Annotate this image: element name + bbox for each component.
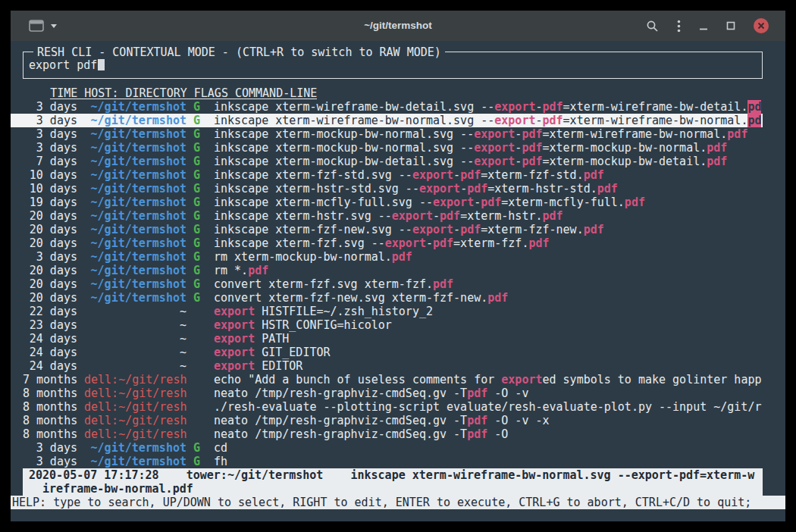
titlebar[interactable]: ~/git/termshot [11,11,785,41]
row-host-directory: ~ [84,318,186,332]
history-row[interactable]: 7 days ~/git/termshot G inkscape xterm-m… [11,155,763,168]
row-command: convert xterm-fzf.svg xterm-fzf.pdf [214,277,763,291]
row-host-directory: ~/git/termshot [84,100,186,114]
restore-button[interactable] [726,21,735,30]
history-row[interactable]: 3 days ~/git/termshot G cd [11,441,763,455]
row-command: inkscape xterm-mockup-bw-normal.svg --ex… [214,127,763,141]
row-flags: G [193,277,200,291]
terminal-window: ~/git/termshot [11,11,785,521]
history-row[interactable]: 3 days ~/git/termshot G inkscape xterm-m… [11,127,763,141]
row-command: inkscape xterm-mockup-bw-normal.svg --ex… [214,141,763,155]
row-time: 8 months [23,386,77,400]
search-query: export pdf [29,58,97,72]
menu-button[interactable] [677,20,681,33]
history-row[interactable]: 20 days ~/git/termshot G inkscape xterm-… [11,236,763,250]
row-command: inkscape xterm-hstr-std.svg --export-pdf… [214,182,763,196]
history-row[interactable]: 24 days ~ export GIT_EDITOR [11,346,763,359]
row-flags [193,305,200,318]
close-button[interactable] [754,18,769,33]
row-command: echo "Add a bunch of useless comments fo… [214,373,763,386]
row-host-directory: ~ [84,332,186,346]
minimize-button[interactable] [699,21,708,30]
history-row[interactable]: 10 days ~/git/termshot G inkscape xterm-… [11,182,763,196]
row-time: 24 days [23,346,77,359]
row-time: 24 days [23,359,77,373]
row-time: 7 days [23,155,77,168]
row-host-directory: ~/git/termshot [84,250,186,264]
row-host-directory: ~/git/termshot [84,441,186,455]
row-flags: G [193,127,200,141]
row-flags [193,414,200,427]
row-flags: G [193,250,200,264]
row-flags [193,332,200,346]
row-command: fh [214,455,763,468]
row-host-directory: ~/git/termshot [84,196,186,209]
row-time: 3 days [23,250,77,264]
row-time: 20 days [23,236,77,250]
history-row[interactable]: 8 months dell:~/git/resh neato /tmp/resh… [11,386,763,400]
history-row[interactable]: 8 months dell:~/git/resh neato /tmp/resh… [11,414,763,427]
history-row[interactable]: 22 days ~ export HISTFILE=~/.zsh_history… [11,305,763,318]
row-command: inkscape xterm-mcfly-full.svg --export-p… [214,196,763,209]
history-row[interactable]: 20 days ~/git/termshot G inkscape xterm-… [11,223,763,236]
new-tab-button[interactable] [29,20,44,32]
history-row[interactable]: 24 days ~ export EDITOR [11,359,763,373]
history-row[interactable]: 20 days ~/git/termshot G rm *.pdf [11,264,763,277]
row-time: 3 days [23,100,77,114]
history-row[interactable]: 23 days ~ export HSTR_CONFIG=hicolor [11,318,763,332]
row-host-directory: dell:~/git/resh [84,427,186,441]
tab-dropdown-button[interactable] [50,23,58,29]
search-button[interactable] [646,20,659,33]
history-row[interactable]: 10 days ~/git/termshot G inkscape xterm-… [11,168,763,182]
row-host-directory: ~/git/termshot [84,455,186,468]
history-row[interactable]: 7 months dell:~/git/resh echo "Add a bun… [11,373,763,386]
row-time: 8 months [23,414,77,427]
row-command: inkscape xterm-wireframe-bw-normal.svg -… [214,114,763,127]
history-row[interactable]: 3 days ~/git/termshot G inkscape xterm-w… [11,114,763,127]
search-box-title: RESH CLI - CONTEXTUAL MODE - (CTRL+R to … [33,45,445,59]
row-host-directory: dell:~/git/resh [84,373,186,386]
row-time: 20 days [23,209,77,223]
close-icon [757,22,765,30]
history-row[interactable]: 8 months dell:~/git/resh ./resh-evaluate… [11,400,763,414]
history-row[interactable]: 8 months dell:~/git/resh neato /tmp/resh… [11,427,763,441]
history-row[interactable]: 20 days ~/git/termshot G inkscape xterm-… [11,209,763,223]
row-host-directory: ~/git/termshot [84,114,186,127]
history-row[interactable]: 19 days ~/git/termshot G inkscape xterm-… [11,196,763,209]
row-host-directory: dell:~/git/resh [84,414,186,427]
column-header: TIME HOST: DIRECTORY FLAGS COMMAND-LINE [11,86,785,100]
text-cursor-block [98,59,105,70]
row-host-directory: ~/git/termshot [84,155,186,168]
row-time: 20 days [23,277,77,291]
row-command: inkscape xterm-fzf-new.svg --export-pdf=… [214,223,763,236]
row-host-directory: ~ [84,346,186,359]
row-command: inkscape xterm-fzf-std.svg --export-pdf=… [214,168,763,182]
history-row[interactable]: 3 days ~/git/termshot G fh [11,455,763,468]
row-flags [193,346,200,359]
history-row[interactable]: 24 days ~ export PATH [11,332,763,346]
row-time: 22 days [23,305,77,318]
row-command: cd [214,441,763,455]
row-host-directory: ~/git/termshot [84,141,186,155]
search-box[interactable]: RESH CLI - CONTEXTUAL MODE - (CTRL+R to … [23,52,763,79]
status-line-2: ireframe-bw-normal.pdf [23,482,763,496]
row-command: rm *.pdf [214,264,763,277]
chevron-down-icon [50,23,58,29]
row-time: 24 days [23,332,77,346]
history-list: 3 days ~/git/termshot G inkscape xterm-w… [11,100,785,468]
column-header-indent [23,86,50,100]
row-flags: G [193,182,200,196]
row-command: ./resh-evaluate --plotting-script evalua… [214,400,763,414]
history-row[interactable]: 3 days ~/git/termshot G inkscape xterm-m… [11,141,763,155]
row-time: 10 days [23,168,77,182]
history-row[interactable]: 3 days ~/git/termshot G inkscape xterm-w… [11,100,763,114]
terminal-content: RESH CLI - CONTEXTUAL MODE - (CTRL+R to … [11,41,785,521]
history-row[interactable]: 3 days ~/git/termshot G rm xterm-mockup-… [11,250,763,264]
history-row[interactable]: 20 days ~/git/termshot G convert xterm-f… [11,291,763,305]
history-row[interactable]: 20 days ~/git/termshot G convert xterm-f… [11,277,763,291]
row-host-directory: ~/git/termshot [84,264,186,277]
row-host-directory: ~ [84,305,186,318]
new-tab-icon [29,20,44,32]
row-command: rm xterm-mockup-bw-normal.pdf [214,250,763,264]
row-command: inkscape xterm-mockup-bw-detail.svg --ex… [214,155,763,168]
